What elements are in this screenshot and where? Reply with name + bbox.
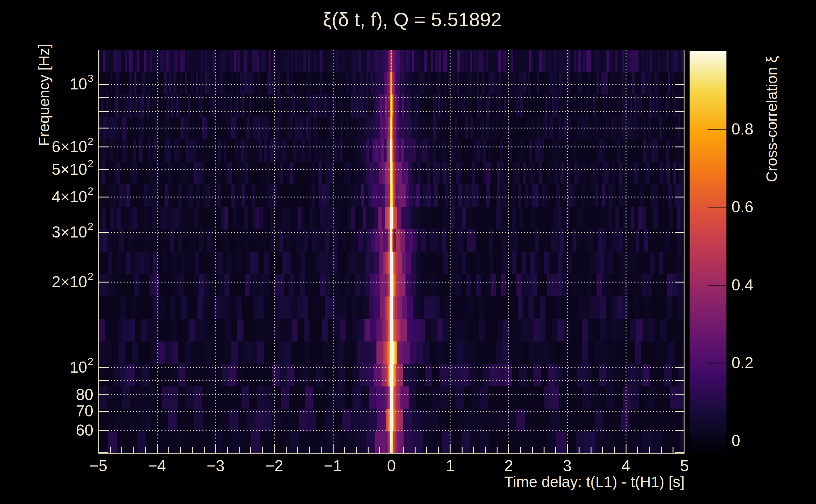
figure: ξ(δ t, f), Q = 5.51892 Time delay: t(L1)… — [0, 0, 816, 504]
colorbar-canvas — [690, 51, 727, 454]
x-tick-label: 2 — [490, 457, 527, 475]
heatmap-canvas — [98, 50, 685, 454]
x-tick-label: −4 — [138, 457, 176, 475]
x-tick-label: −5 — [79, 457, 117, 475]
y-tick-label: 80 — [13, 386, 93, 404]
y-tick-label: 60 — [13, 421, 93, 439]
colorbar-tick-label: 0.8 — [732, 120, 795, 138]
x-tick-label: 4 — [607, 457, 645, 475]
colorbar-tick-label: 0.6 — [732, 198, 795, 216]
y-tick-label: 102 — [13, 358, 93, 376]
y-tick-label: 6×102 — [13, 138, 93, 156]
x-tick-label: 0 — [373, 457, 411, 475]
colorbar-axis-title: Cross-correlation ξ — [763, 50, 780, 188]
x-tick-label: −2 — [256, 457, 293, 475]
x-tick-label: 5 — [666, 457, 704, 475]
plot-area — [98, 50, 685, 454]
colorbar-tick-label: 0 — [732, 432, 795, 450]
colorbar-tick-label: 0.4 — [732, 276, 795, 294]
y-tick-label: 5×102 — [13, 161, 93, 178]
y-axis-title: Frequency [Hz] — [36, 48, 53, 146]
y-tick-label: 4×102 — [13, 188, 93, 206]
x-tick-label: −1 — [314, 457, 352, 475]
y-tick-label: 2×102 — [13, 273, 93, 291]
x-tick-label: 3 — [548, 457, 586, 475]
colorbar-tick-label: 0.2 — [732, 354, 795, 372]
y-tick-label: 3×102 — [13, 223, 93, 241]
x-tick-label: 1 — [431, 457, 469, 475]
y-tick-label: 103 — [13, 75, 93, 93]
plot-title: ξ(δ t, f), Q = 5.51892 — [98, 8, 726, 31]
x-axis-title: Time delay: t(L1) - t(H1) [s] — [0, 473, 685, 490]
x-tick-label: −3 — [197, 457, 235, 475]
y-tick-label: 70 — [13, 402, 93, 420]
